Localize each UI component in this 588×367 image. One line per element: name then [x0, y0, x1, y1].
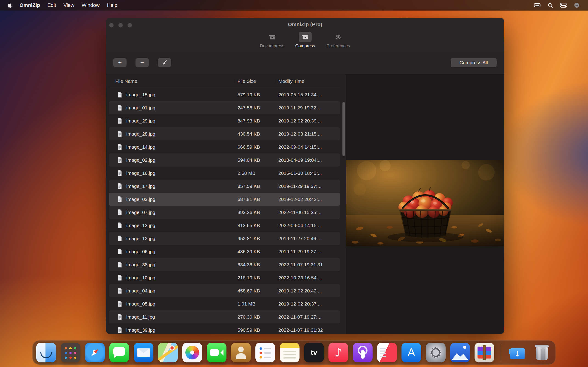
tab-compress[interactable]: Compress: [292, 32, 319, 48]
window-content: File Name File Size Modify Time image_15…: [106, 74, 504, 334]
document-icon: [117, 92, 122, 98]
file-modified: 2022-11-07 19:27:...: [278, 314, 340, 320]
table-row[interactable]: image_01.jpg 247.58 KB 2019-11-29 19:32:…: [109, 101, 340, 114]
file-size: 218.19 KB: [237, 275, 278, 281]
dock-safari-icon[interactable]: [85, 343, 105, 362]
menu-item-view[interactable]: View: [60, 2, 78, 8]
table-row[interactable]: image_06.jpg 486.39 KB 2019-11-29 19:27:…: [109, 245, 340, 258]
file-modified: 2022-11-07 19:31:31: [278, 262, 340, 267]
dock-omnizip-icon[interactable]: [475, 343, 494, 362]
file-size: 847.93 KB: [237, 118, 278, 124]
file-modified: 2022-09-04 14:15:...: [278, 223, 340, 228]
dock-launchpad-icon[interactable]: [61, 343, 80, 362]
table-row[interactable]: image_39.jpg 590.59 KB 2022-11-07 19:31:…: [109, 323, 340, 334]
file-size: 430.54 KB: [237, 131, 278, 137]
menu-app-name[interactable]: OmniZip: [16, 2, 44, 8]
file-name: image_03.jpg: [126, 197, 155, 202]
table-row[interactable]: image_15.jpg 579.19 KB 2019-05-15 21:34:…: [109, 88, 340, 101]
file-modified: 2019-11-29 19:27:...: [278, 249, 340, 254]
table-row[interactable]: image_11.jpg 270.30 KB 2022-11-07 19:27:…: [109, 310, 340, 323]
table-scrollbar: [342, 88, 345, 334]
file-size: 813.65 KB: [237, 223, 278, 228]
dock-appstore-icon[interactable]: [401, 343, 421, 362]
file-size: 247.58 KB: [237, 105, 278, 110]
dock-podcasts-icon[interactable]: [353, 343, 372, 362]
table-row[interactable]: image_02.jpg 594.04 KB 2018-04-19 19:04:…: [109, 153, 340, 167]
clear-list-button[interactable]: [158, 58, 171, 67]
dock-appletv-icon[interactable]: [304, 343, 324, 362]
table-row[interactable]: image_12.jpg 952.81 KB 2019-11-27 20:46:…: [109, 232, 340, 245]
dock-trash-icon[interactable]: [532, 343, 552, 362]
dock-settings-icon[interactable]: [426, 343, 446, 362]
file-size: 1.01 MB: [237, 301, 278, 307]
table-row[interactable]: image_14.jpg 666.59 KB 2022-09-04 14:15:…: [109, 140, 340, 153]
compress-all-button[interactable]: Compress All: [451, 58, 497, 67]
file-modified: 2018-04-19 19:04:...: [278, 157, 340, 163]
file-name: image_11.jpg: [126, 314, 155, 320]
menu-item-edit[interactable]: Edit: [44, 2, 60, 8]
file-size: 857.59 KB: [237, 184, 278, 189]
table-row[interactable]: image_38.jpg 634.36 KB 2022-11-07 19:31:…: [109, 258, 340, 271]
file-name: image_12.jpg: [126, 236, 155, 241]
apple-logo-icon: [7, 3, 12, 8]
file-size: 590.59 KB: [237, 327, 278, 333]
preview-pane: [346, 74, 504, 334]
dock-preview-icon[interactable]: [450, 343, 470, 362]
document-icon: [117, 196, 122, 202]
table-row[interactable]: image_05.jpg 1.01 MB 2019-12-02 20:37:..…: [109, 297, 340, 310]
dock-finder-icon[interactable]: [36, 343, 56, 362]
table-row[interactable]: image_29.jpg 847.93 KB 2019-12-02 20:39:…: [109, 114, 340, 127]
file-name: image_28.jpg: [126, 131, 155, 137]
dock-notes-icon[interactable]: [280, 343, 300, 362]
spotlight-icon[interactable]: [548, 2, 553, 8]
column-header-file-name[interactable]: File Name: [109, 78, 237, 84]
file-modified: 2022-11-06 15:35:...: [278, 210, 340, 215]
table-row[interactable]: image_16.jpg 2.58 MB 2015-01-30 18:43:..…: [109, 167, 340, 180]
column-header-modify-time[interactable]: Modify Time: [278, 78, 340, 84]
menu-bar: OmniZip Edit View Window Help: [0, 0, 588, 10]
dock-news-icon[interactable]: [377, 343, 397, 362]
document-icon: [117, 261, 122, 268]
table-row[interactable]: image_03.jpg 687.81 KB 2019-12-02 20:42:…: [109, 193, 340, 206]
table-row[interactable]: image_10.jpg 218.19 KB 2022-10-23 16:54:…: [109, 271, 340, 284]
menu-item-window[interactable]: Window: [78, 2, 103, 8]
control-center-icon[interactable]: [560, 2, 567, 8]
dock-separator: [501, 344, 501, 361]
table-row[interactable]: image_07.jpg 393.26 KB 2022-11-06 15:35:…: [109, 206, 340, 219]
dock-facetime-icon[interactable]: [207, 343, 226, 362]
window-title: OmniZip (Pro): [106, 22, 504, 27]
apple-menu[interactable]: [2, 3, 16, 8]
display-icon[interactable]: [534, 2, 541, 8]
dock-maps-icon[interactable]: [158, 343, 178, 362]
dock-photos-icon[interactable]: [182, 343, 202, 362]
remove-files-button[interactable]: −: [136, 58, 149, 67]
file-modified: 2022-10-23 16:54:...: [278, 275, 340, 281]
table-row[interactable]: image_13.jpg 813.65 KB 2022-09-04 14:15:…: [109, 219, 340, 232]
dock-reminders-icon[interactable]: [255, 343, 275, 362]
dock-messages-icon[interactable]: [109, 343, 129, 362]
dock-downloads-icon[interactable]: [508, 343, 527, 362]
file-modified: 2019-11-29 19:32:...: [278, 105, 340, 110]
file-modified: 2015-01-30 18:43:...: [278, 170, 340, 176]
menu-item-help[interactable]: Help: [103, 2, 121, 8]
file-size: 2.58 MB: [237, 170, 278, 176]
table-row[interactable]: image_04.jpg 458.67 KB 2019-12-02 20:42:…: [109, 284, 340, 297]
column-header-file-size[interactable]: File Size: [237, 78, 278, 84]
file-name: image_15.jpg: [126, 92, 155, 98]
document-icon: [117, 118, 122, 124]
scrollbar-thumb[interactable]: [342, 102, 345, 156]
dock-music-icon[interactable]: [329, 343, 348, 362]
gear-icon: [335, 34, 341, 40]
document-icon: [117, 209, 122, 215]
add-files-button[interactable]: +: [113, 58, 127, 67]
table-row[interactable]: image_17.jpg 857.59 KB 2019-11-29 19:37:…: [109, 180, 340, 193]
table-row[interactable]: image_28.jpg 430.54 KB 2019-12-03 21:15:…: [109, 127, 340, 140]
minus-circle-icon[interactable]: [574, 2, 580, 8]
file-size: 594.04 KB: [237, 157, 278, 163]
tab-preferences[interactable]: Preferences: [325, 32, 352, 48]
tab-decompress[interactable]: Decompress: [259, 32, 286, 48]
dock-mail-icon[interactable]: [134, 343, 153, 362]
dock-contacts-icon[interactable]: [231, 343, 251, 362]
document-icon: [117, 327, 122, 333]
file-modified: 2019-05-15 21:34:...: [278, 92, 340, 98]
